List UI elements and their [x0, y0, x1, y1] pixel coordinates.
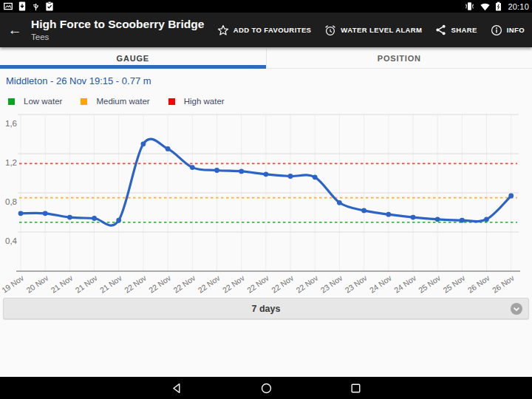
- data-point-marker: [214, 168, 219, 173]
- usb-icon: [31, 1, 41, 11]
- screenshot-icon: [3, 1, 13, 11]
- data-point-marker: [18, 211, 24, 216]
- data-point-marker: [264, 171, 269, 177]
- chart-legend: Low water Medium water High water: [8, 97, 225, 106]
- star-icon: [217, 24, 229, 36]
- x-axis-tick-label: 22 Nov: [294, 273, 320, 294]
- clock-time: 20:10: [506, 2, 529, 11]
- x-axis-tick-label: 21 Nov: [98, 273, 124, 294]
- data-point-marker: [361, 208, 366, 214]
- page-subtitle: Tees: [31, 33, 217, 42]
- period-label: 7 days: [252, 304, 281, 314]
- legend-item-high-water: High water: [168, 97, 225, 106]
- y-axis-tick-label: 1,6: [5, 119, 17, 128]
- x-axis-tick-label: 22 Nov: [123, 273, 149, 294]
- tab-bar: GAUGE POSITION: [0, 49, 532, 69]
- info-label: INFO: [507, 26, 525, 34]
- data-point-marker: [337, 200, 342, 205]
- nav-back-button[interactable]: [168, 379, 185, 397]
- device-download-icon: [18, 1, 27, 11]
- status-bar-right: 20:10: [464, 1, 529, 11]
- data-point-marker: [313, 174, 318, 180]
- data-point-marker: [508, 194, 514, 199]
- android-nav-bar: [0, 377, 532, 399]
- x-axis-tick-label: 22 Nov: [270, 273, 296, 294]
- x-axis-tick-label: 23 Nov: [318, 273, 344, 294]
- legend-label: High water: [184, 97, 225, 106]
- add-to-favourites-button[interactable]: ADD TO FAVOURITES: [217, 24, 312, 36]
- tab-selected-indicator: [0, 65, 266, 69]
- y-axis-tick-label: 0,4: [5, 236, 18, 245]
- vibrate-icon: [464, 1, 475, 11]
- x-axis-tick-label: 21 Nov: [74, 273, 100, 294]
- app-screen: 20:10 ← High Force to Scooberry Bridge T…: [0, 0, 532, 399]
- home-circle-icon: [260, 382, 273, 395]
- legend-label: Low water: [24, 97, 62, 106]
- period-selector[interactable]: 7 days: [3, 298, 529, 319]
- app-bar: ← High Force to Scooberry Bridge Tees AD…: [0, 13, 532, 47]
- legend-item-medium-water: Medium water: [81, 97, 149, 106]
- x-axis-tick-label: 25 Nov: [441, 273, 467, 294]
- data-point-marker: [239, 169, 244, 174]
- data-point-marker: [484, 216, 489, 222]
- wifi-icon: [480, 2, 491, 11]
- x-axis-tick-label: 20 Nov: [24, 273, 50, 294]
- share-button[interactable]: SHARE: [435, 24, 477, 35]
- x-axis-tick-label: 22 Nov: [245, 273, 271, 294]
- data-point-marker: [190, 165, 195, 170]
- data-point-marker: [435, 216, 440, 222]
- data-point-marker: [460, 218, 465, 223]
- clipboard-check-icon: [45, 1, 54, 11]
- chevron-down-icon: [510, 302, 523, 316]
- share-label: SHARE: [451, 26, 477, 34]
- recents-square-icon: [349, 382, 362, 395]
- data-point-marker: [67, 215, 72, 220]
- data-point-marker: [43, 211, 48, 216]
- tab-position[interactable]: POSITION: [266, 49, 532, 68]
- data-point-marker: [288, 174, 293, 179]
- y-axis-tick-label: 0,8: [5, 197, 17, 206]
- low-water-swatch-icon: [8, 98, 15, 105]
- y-axis-tick-label: 1,2: [5, 158, 17, 167]
- legend-item-low-water: Low water: [8, 97, 62, 106]
- page-title: High Force to Scooberry Bridge: [31, 18, 217, 31]
- x-axis-tick-label: 22 Nov: [197, 273, 222, 294]
- x-axis-tick-label: 23 Nov: [344, 273, 369, 294]
- status-bar-left-icons: [3, 1, 54, 11]
- legend-label: Medium water: [96, 97, 149, 106]
- info-icon: [491, 24, 502, 36]
- alarm-clock-icon: [324, 24, 336, 36]
- data-point-marker: [411, 215, 416, 220]
- water-level-alarm-button[interactable]: WATER LEVEL ALARM: [324, 24, 422, 36]
- water-level-alarm-label: WATER LEVEL ALARM: [341, 26, 422, 34]
- share-icon: [435, 24, 446, 35]
- data-point-marker: [141, 141, 146, 146]
- x-axis-tick-label: 22 Nov: [221, 273, 247, 294]
- add-to-favourites-label: ADD TO FAVOURITES: [233, 26, 312, 34]
- app-bar-titles: High Force to Scooberry Bridge Tees: [31, 18, 217, 42]
- x-axis-tick-label: 19 Nov: [0, 273, 26, 294]
- nav-recents-button[interactable]: [347, 379, 364, 397]
- back-arrow-icon[interactable]: ←: [0, 16, 30, 45]
- data-point-marker: [386, 212, 391, 217]
- x-axis-tick-label: 22 Nov: [147, 273, 173, 294]
- x-axis-tick-label: 26 Nov: [466, 273, 492, 294]
- station-reading-text: Middleton - 26 Nov 19:15 - 0.77 m: [6, 75, 151, 86]
- x-axis-tick-label: 24 Nov: [368, 273, 394, 294]
- tab-gauge[interactable]: GAUGE: [0, 49, 266, 68]
- water-level-chart[interactable]: 1,61,20,80,419 Nov20 Nov21 Nov21 Nov21 N…: [0, 109, 532, 298]
- medium-water-swatch-icon: [81, 98, 87, 105]
- x-axis-tick-label: 21 Nov: [49, 273, 75, 294]
- high-water-swatch-icon: [168, 98, 175, 105]
- x-axis-tick-label: 24 Nov: [392, 273, 418, 294]
- nav-home-button[interactable]: [257, 379, 275, 397]
- tab-gauge-label: GAUGE: [117, 54, 149, 63]
- x-axis-tick-label: 26 Nov: [491, 273, 516, 294]
- x-axis-tick-label: 25 Nov: [417, 273, 443, 294]
- data-point-marker: [116, 218, 121, 223]
- x-axis-tick-label: 22 Nov: [171, 273, 197, 294]
- tab-position-label: POSITION: [378, 54, 421, 63]
- data-point-marker: [166, 146, 171, 151]
- back-triangle-icon: [171, 382, 183, 395]
- info-button[interactable]: INFO: [491, 24, 525, 36]
